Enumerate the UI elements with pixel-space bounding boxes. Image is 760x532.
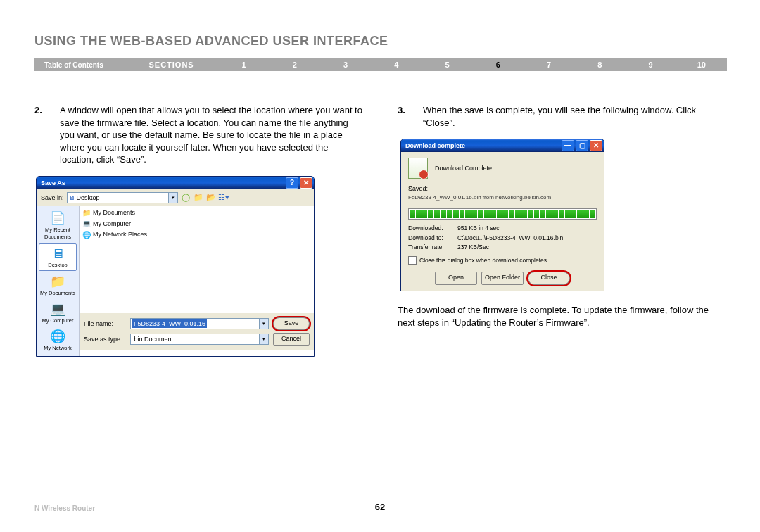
step-3-text: When the save is complete, you will see … xyxy=(423,104,726,129)
section-2[interactable]: 2 xyxy=(270,61,320,69)
up-folder-icon[interactable]: 📁 xyxy=(194,193,203,203)
section-8[interactable]: 8 xyxy=(574,61,625,69)
save-as-dialog: Save As ? ✕ Save in: 🖥 Desktop ▾ ◯ 📁 📂 ☷… xyxy=(36,176,315,357)
open-folder-button[interactable]: Open Folder xyxy=(481,272,524,285)
section-4[interactable]: 4 xyxy=(371,61,422,69)
dl-titlebar: Download complete — ▢ ✕ xyxy=(401,139,604,152)
download-file-icon xyxy=(408,158,428,179)
section-9[interactable]: 9 xyxy=(625,61,676,69)
minimize-icon[interactable]: — xyxy=(562,140,574,151)
sidebar-item-label: My Computer xyxy=(42,317,73,324)
sidebar-item-documents[interactable]: 📁My Documents xyxy=(39,272,76,298)
rate-label: Transfer rate: xyxy=(408,243,457,251)
help-icon[interactable]: ? xyxy=(286,177,298,189)
folder-icon: 📁 xyxy=(82,208,91,218)
file-name: My Computer xyxy=(93,220,131,228)
saved-path: F5D8233-4_WW_0.01.16.bin from networking… xyxy=(408,194,597,205)
sidebar-item-desktop[interactable]: 🖥Desktop xyxy=(39,243,77,271)
save-as-title: Save As xyxy=(41,179,65,187)
downloadto-label: Download to: xyxy=(408,234,457,242)
filename-value: F5D8233-4_WW_0.01.16 xyxy=(132,319,207,328)
views-icon[interactable]: ☷▾ xyxy=(219,193,229,203)
sidebar-item-network[interactable]: 🌐My Network xyxy=(39,327,76,353)
section-3[interactable]: 3 xyxy=(320,61,371,69)
recent-icon: 📄 xyxy=(50,210,65,226)
section-10[interactable]: 10 xyxy=(676,61,727,69)
close-icon[interactable]: ✕ xyxy=(300,177,312,189)
chevron-down-icon[interactable]: ▾ xyxy=(259,319,268,329)
save-in-combo[interactable]: 🖥 Desktop ▾ xyxy=(67,192,178,203)
save-in-value: Desktop xyxy=(77,194,100,202)
network-icon: 🌐 xyxy=(82,230,91,240)
close-icon[interactable]: ✕ xyxy=(590,140,602,151)
rate-value: 237 KB/Sec xyxy=(457,243,489,251)
sections-label: SECTIONS xyxy=(148,61,218,69)
section-nav-bar: Table of Contents SECTIONS 1 2 3 4 5 6 7… xyxy=(34,58,727,71)
places-sidebar: 📄My Recent Documents 🖥Desktop 📁My Docume… xyxy=(37,206,80,357)
saved-label: Saved: xyxy=(408,184,597,193)
back-icon[interactable]: ◯ xyxy=(181,193,191,203)
desktop-icon: 🖥 xyxy=(50,246,65,261)
download-complete-text: Download Complete xyxy=(435,164,492,172)
section-7[interactable]: 7 xyxy=(524,61,574,69)
downloaded-value: 951 KB in 4 sec xyxy=(457,224,500,232)
network-icon: 🌐 xyxy=(50,329,65,344)
savetype-value: .bin Document xyxy=(132,335,173,343)
sidebar-item-computer[interactable]: 💻My Computer xyxy=(39,300,76,326)
section-6[interactable]: 6 xyxy=(473,61,524,69)
step-2-text: A window will open that allows you to se… xyxy=(60,104,362,166)
page-number: 62 xyxy=(375,502,385,512)
chevron-down-icon[interactable]: ▾ xyxy=(168,193,177,203)
download-complete-dialog: Download complete — ▢ ✕ Download Complet… xyxy=(400,139,604,291)
sidebar-item-recent[interactable]: 📄My Recent Documents xyxy=(39,209,76,242)
save-in-label: Save in: xyxy=(41,194,64,202)
savetype-combo[interactable]: .bin Document ▾ xyxy=(130,334,269,345)
section-1[interactable]: 1 xyxy=(218,61,269,69)
savetype-label: Save as type: xyxy=(84,335,126,343)
left-column: 2. A window will open that allows you to… xyxy=(34,104,362,357)
toc-link[interactable]: Table of Contents xyxy=(34,61,148,69)
sidebar-item-label: My Recent Documents xyxy=(44,227,71,240)
step-3-num: 3. xyxy=(398,104,423,129)
list-item[interactable]: 🌐My Network Places xyxy=(82,229,311,241)
sidebar-item-label: My Network xyxy=(44,345,72,351)
save-as-toolbar: Save in: 🖥 Desktop ▾ ◯ 📁 📂 ☷▾ xyxy=(37,189,314,206)
close-on-complete-checkbox[interactable] xyxy=(408,256,417,265)
computer-icon: 💻 xyxy=(50,301,65,317)
cancel-button[interactable]: Cancel xyxy=(273,333,310,346)
section-5[interactable]: 5 xyxy=(422,61,472,69)
filename-input[interactable]: F5D8233-4_WW_0.01.16 ▾ xyxy=(130,318,269,329)
save-button[interactable]: Save xyxy=(273,317,310,330)
downloadto-value: C:\Docu...\F5D8233-4_WW_0.01.16.bin xyxy=(457,234,563,242)
page-title: USING THE WEB-BASED ADVANCED USER INTERF… xyxy=(34,34,388,49)
new-folder-icon[interactable]: 📂 xyxy=(206,193,216,203)
open-button[interactable]: Open xyxy=(435,272,477,285)
dl-title: Download complete xyxy=(405,141,465,150)
file-name: My Network Places xyxy=(93,230,147,239)
right-column: 3. When the save is complete, you will s… xyxy=(398,104,726,357)
list-item[interactable]: 💻My Computer xyxy=(82,218,311,229)
chevron-down-icon[interactable]: ▾ xyxy=(259,334,268,344)
after-download-text: The download of the firmware is complete… xyxy=(398,304,726,329)
file-name: My Documents xyxy=(93,208,135,217)
save-as-titlebar: Save As ? ✕ xyxy=(37,177,314,189)
sidebar-item-label: My Documents xyxy=(40,290,75,296)
step-2-num: 2. xyxy=(34,104,60,166)
downloaded-label: Downloaded: xyxy=(408,224,457,232)
close-on-complete-label: Close this dialog box when download comp… xyxy=(419,257,547,265)
progress-bar xyxy=(408,208,597,220)
file-list[interactable]: 📁My Documents 💻My Computer 🌐My Network P… xyxy=(80,206,314,313)
computer-icon: 💻 xyxy=(82,219,91,229)
maximize-icon[interactable]: ▢ xyxy=(576,140,588,151)
close-button[interactable]: Close xyxy=(528,272,570,285)
sidebar-item-label: Desktop xyxy=(48,262,68,268)
list-item[interactable]: 📁My Documents xyxy=(82,208,311,219)
documents-icon: 📁 xyxy=(50,274,65,289)
filename-label: File name: xyxy=(84,319,126,328)
